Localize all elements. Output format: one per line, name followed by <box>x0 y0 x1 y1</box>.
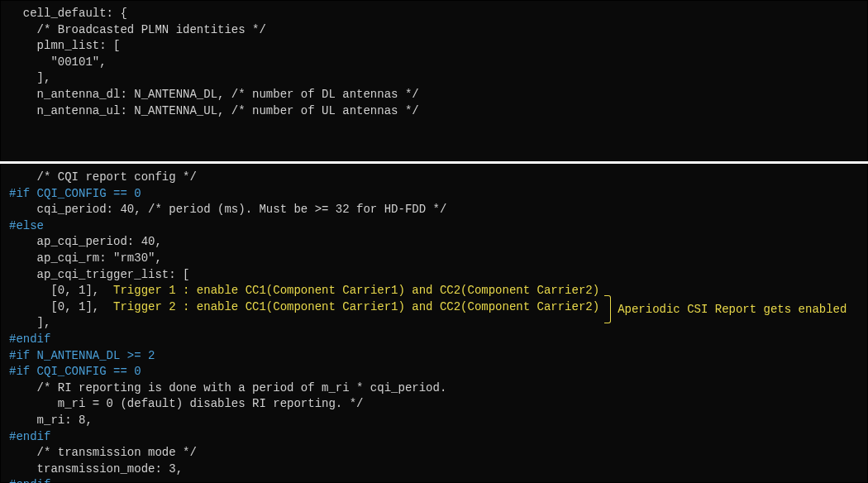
code-line: /* CQI report config */ <box>9 170 859 186</box>
code-line: "00101", <box>9 55 859 71</box>
code-text: [0, 1], <box>9 300 113 313</box>
code-line: /* transmission mode */ <box>9 445 859 461</box>
preprocessor-directive: #if N_ANTENNA_DL >= 2 <box>9 348 859 365</box>
code-line: ], <box>9 70 859 87</box>
code-line: plmn_list: [ <box>9 38 859 55</box>
code-line-trigger-1: [0, 1], Trigger 1 : enable CC1(Component… <box>9 283 859 299</box>
preprocessor-directive: #else <box>9 218 859 235</box>
preprocessor-directive: #endif <box>9 429 859 446</box>
preprocessor-directive: #if CQI_CONFIG == 0 <box>9 364 859 380</box>
code-text: [0, 1], <box>9 284 113 297</box>
code-line: /* RI reporting is done with a period of… <box>9 380 859 397</box>
code-line: cqi_period: 40, /* period (ms). Must be … <box>9 202 859 218</box>
annotation-trigger-1: Trigger 1 : enable CC1(Component Carrier… <box>113 284 599 297</box>
bracket-icon <box>604 295 611 323</box>
preprocessor-directive: #endif <box>9 332 859 348</box>
code-line: m_ri: 8, <box>9 413 859 429</box>
annotation-side-label: Aperiodic CSI Report gets enabled <box>618 302 847 318</box>
code-line: n_antenna_ul: N_ANTENNA_UL, /* number of… <box>9 103 859 120</box>
code-pane-top: cell_default: { /* Broadcasted PLMN iden… <box>0 0 868 161</box>
code-line: ap_cqi_period: 40, <box>9 234 859 251</box>
code-pane-bottom: /* CQI report config */ #if CQI_CONFIG =… <box>0 164 868 483</box>
code-line: m_ri = 0 (default) disables RI reporting… <box>9 396 859 413</box>
code-line: cell_default: { <box>9 6 859 22</box>
code-line: n_antenna_dl: N_ANTENNA_DL, /* number of… <box>9 87 859 103</box>
code-line: ap_cqi_trigger_list: [ <box>9 267 859 284</box>
code-line: transmission_mode: 3, <box>9 461 859 478</box>
preprocessor-directive: #if CQI_CONFIG == 0 <box>9 186 859 203</box>
annotation-trigger-2: Trigger 2 : enable CC1(Component Carrier… <box>113 300 599 313</box>
preprocessor-directive: #endif <box>9 477 859 483</box>
code-line: /* Broadcasted PLMN identities */ <box>9 22 859 39</box>
code-line: ap_cqi_rm: "rm30", <box>9 251 859 267</box>
